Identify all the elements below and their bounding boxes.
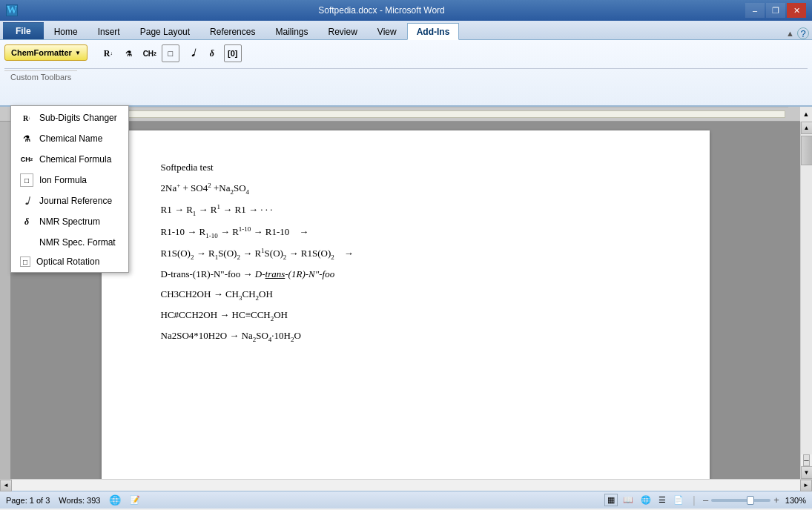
nmr-spectrum-menu-icon: δ — [20, 215, 33, 228]
menu-item-optical-rotation[interactable]: □ Optical Rotation — [11, 253, 128, 271]
hscroll-right-button[interactable]: ► — [800, 480, 812, 491]
status-right: ▦ 📖 🌐 ☰ 📄 │ – + 130% — [604, 494, 806, 506]
menu-item-nmr-spectrum[interactable]: δ NMR Spectrum — [11, 211, 128, 232]
tab-insert[interactable]: Insert — [88, 23, 130, 39]
zoom-slider[interactable] — [711, 499, 770, 502]
line2-text: 2Na+ + SO42 +Na2SO4 — [161, 182, 250, 193]
line5-text: R1S(O)2 → R1S(O)2 → R1S(O)2 → R1S(O)2 → — [161, 248, 354, 259]
close-button[interactable]: ✕ — [787, 3, 806, 18]
scroll-track[interactable] — [801, 134, 813, 454]
subscript-bracket-icon[interactable]: [0] — [224, 44, 242, 62]
menu-item-chemical-formula-label: Chemical Formula — [39, 154, 111, 165]
doc-line-4: R1-10 → R1-10 → R1-10 → R1-10 → — [161, 223, 650, 240]
ribbon-toolbar: ChemFormatter ▼ R↓ ⚗ CH2 □ 𝅘𝅥 δ [0] Cust… — [0, 40, 812, 107]
zoom-minus-button[interactable]: – — [703, 494, 708, 506]
status-left: Page: 1 of 3 Words: 393 🌐 📝 — [6, 494, 140, 506]
doc-line-9: Na2SO4*10H2O → Na2SO4·10H2O — [161, 328, 650, 345]
menu-item-nmr-spec-format-label: NMR Spec. Format — [39, 237, 116, 248]
custom-toolbars-label: Custom Toolbars — [4, 70, 77, 83]
tab-page-layout[interactable]: Page Layout — [131, 23, 199, 39]
restore-button[interactable]: ❐ — [766, 3, 785, 18]
tab-mailings[interactable]: Mailings — [265, 23, 317, 39]
journal-ref-icon[interactable]: 𝅘𝅥 — [182, 44, 200, 62]
ion-formula-icon[interactable]: □ — [162, 44, 179, 62]
line7-text: CH3CH2OH → CH3CH2OH — [161, 288, 273, 299]
status-divider: │ — [692, 496, 697, 505]
optical-rotation-menu-icon: □ — [20, 256, 30, 267]
word-count: Words: 393 — [59, 496, 100, 505]
menu-item-chemical-name[interactable]: ⚗ Chemical Name — [11, 128, 128, 149]
tab-review[interactable]: Review — [318, 23, 366, 39]
chemical-formula-menu-icon: CH2 — [20, 153, 33, 166]
chemformatter-label: ChemFormatter — [11, 48, 72, 57]
scroll-thumb[interactable] — [801, 136, 813, 165]
softpedia-test-text: Softpedia test — [161, 162, 214, 173]
title-bar: W Softpedia.docx - Microsoft Word – ❐ ✕ — [0, 0, 812, 21]
tab-view[interactable]: View — [368, 23, 406, 39]
ribbon-tabs: File Home Insert Page Layout References … — [0, 21, 812, 40]
menu-item-chemical-name-label: Chemical Name — [39, 133, 102, 144]
line4-text: R1-10 → R1-10 → R1-10 → R1-10 → — [161, 226, 309, 237]
view-reading-icon[interactable]: 📖 — [621, 494, 636, 506]
scroll-down-button[interactable]: ▼ — [801, 466, 813, 479]
track-changes-icon: 📝 — [130, 495, 140, 505]
document-content: Softpedia test 2Na+ + SO42 +Na2SO4 R1 → … — [161, 160, 650, 345]
menu-item-ion-formula[interactable]: □ Ion Formula — [11, 170, 128, 191]
status-bar: Page: 1 of 3 Words: 393 🌐 📝 ▦ 📖 🌐 ☰ 📄 │ … — [0, 491, 812, 509]
help-icon[interactable]: ? — [797, 27, 809, 39]
menu-item-sub-digits-label: Sub-Digits Changer — [39, 113, 117, 123]
horizontal-scrollbar[interactable]: ◄ ► — [0, 479, 812, 491]
menu-item-nmr-spec-format[interactable]: NMR Spec. Format — [11, 232, 128, 253]
minimize-button[interactable]: – — [745, 3, 765, 18]
chemical-name-icon[interactable]: ⚗ — [120, 44, 138, 62]
page-indicator: Page: 1 of 3 — [6, 496, 50, 505]
scroll-up-button[interactable]: ▲ — [801, 122, 813, 134]
tab-addins[interactable]: Add-Ins — [407, 23, 460, 40]
view-draft-icon[interactable]: 📄 — [671, 494, 686, 506]
ion-formula-menu-icon: □ — [20, 173, 33, 187]
chemformatter-button[interactable]: ChemFormatter ▼ — [4, 44, 88, 61]
view-outline-icon[interactable]: ☰ — [656, 494, 668, 506]
doc-line-8: HC#CCH2OH → HC≡CCH2OH — [161, 308, 650, 324]
vertical-scrollbar[interactable]: ▲ ─ ▼ — [800, 122, 812, 479]
doc-line-1: Softpedia test — [161, 160, 650, 176]
menu-item-optical-rotation-label: Optical Rotation — [36, 256, 99, 267]
menu-item-journal-ref-label: Journal Reference — [39, 196, 112, 206]
tab-file[interactable]: File — [3, 22, 44, 39]
language-icon: 🌐 — [109, 494, 121, 506]
view-normal-icon[interactable]: ▦ — [604, 494, 618, 506]
line3-text: R1 → R1 → R1 → R1 → · · · — [161, 204, 273, 215]
menu-item-journal-ref[interactable]: ♩ Journal Reference — [11, 191, 128, 211]
tab-references[interactable]: References — [200, 23, 265, 39]
line6-part1: D-trans-(1R)-N"-foo → — [161, 268, 255, 279]
ruler-right-icon: ▲ — [800, 107, 812, 122]
view-web-icon[interactable]: 🌐 — [638, 494, 653, 506]
doc-line-5: R1S(O)2 → R1S(O)2 → R1S(O)2 → R1S(O)2 → — [161, 245, 650, 262]
chemical-name-menu-icon: ⚗ — [20, 132, 33, 145]
zoom-thumb[interactable] — [747, 496, 754, 505]
tab-home[interactable]: Home — [44, 23, 88, 39]
line9-text: Na2SO4*10H2O → Na2SO4·10H2O — [161, 330, 301, 341]
window-title: Softpedia.docx - Microsoft Word — [18, 5, 745, 16]
sub-digits-menu-icon: R↓ — [20, 111, 33, 125]
chemical-formula-icon[interactable]: CH2 — [141, 44, 159, 62]
toolbar-icons: R↓ ⚗ CH2 □ 𝅘𝅥 δ [0] — [99, 44, 242, 62]
scroll-split-top[interactable]: ─ — [803, 454, 809, 466]
hscroll-left-button[interactable]: ◄ — [0, 480, 12, 491]
nmr-spectrum-icon[interactable]: δ — [203, 44, 221, 62]
menu-item-sub-digits[interactable]: R↓ Sub-Digits Changer — [11, 107, 128, 128]
menu-item-nmr-spectrum-label: NMR Spectrum — [39, 216, 100, 227]
journal-ref-menu-icon: ♩ — [20, 194, 33, 208]
document-page: Softpedia test 2Na+ + SO42 +Na2SO4 R1 → … — [102, 130, 710, 479]
help-expand-icon[interactable]: ▲ — [786, 29, 794, 38]
doc-line-2: 2Na+ + SO42 +Na2SO4 — [161, 180, 650, 197]
nmr-spec-format-menu-icon — [20, 236, 33, 249]
menu-item-chemical-formula[interactable]: CH2 Chemical Formula — [11, 149, 128, 170]
window-controls: – ❐ ✕ — [745, 3, 806, 18]
zoom-plus-button[interactable]: + — [773, 494, 779, 506]
doc-line-3: R1 → R1 → R1 → R1 → · · · — [161, 202, 650, 219]
sub-digits-icon[interactable]: R↓ — [99, 44, 117, 62]
zoom-level[interactable]: 130% — [785, 496, 806, 505]
chemformatter-dropdown: R↓ Sub-Digits Changer ⚗ Chemical Name CH… — [10, 105, 129, 273]
chevron-down-icon: ▼ — [75, 50, 81, 56]
